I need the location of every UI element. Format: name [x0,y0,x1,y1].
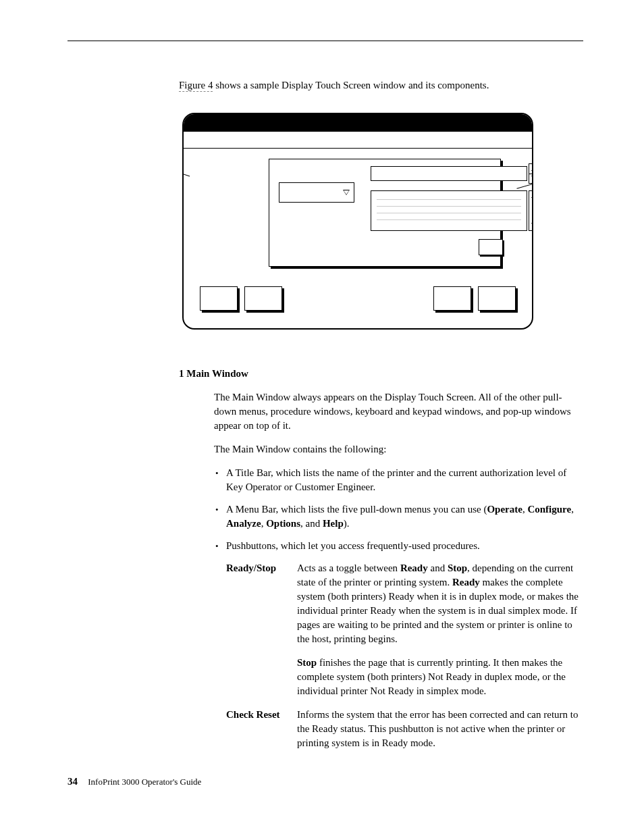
section-heading: 1 Main Window [179,367,583,381]
pushbutton-row [184,274,532,328]
pushbutton-2[interactable] [244,286,282,311]
def-ready-stop-p2: Stop finishes the page that is currently… [297,656,583,698]
def-term-ready-stop: Ready/Stop [226,561,297,698]
def-check-reset-p: Informs the system that the error has be… [297,708,583,750]
pushbutton-3[interactable] [433,286,471,311]
page-footer: 34 InfoPrint 3000 Operator's Guide [68,775,583,789]
section-para-1: The Main Window always appears on the Di… [214,390,583,433]
intro-paragraph: Figure 4 shows a sample Display Touch Sc… [179,78,583,93]
bullet-titlebar: A Title Bar, which lists the name of the… [214,466,583,494]
def-ready-stop: Ready/Stop Acts as a toggle between Read… [226,561,583,698]
def-check-reset: Check Reset Informs the system that the … [226,708,583,750]
panel-small-button[interactable] [479,239,503,255]
touch-screen-window [182,113,533,330]
title-bar [184,114,532,132]
scrollbar[interactable] [529,190,533,231]
footer-title: InfoPrint 3000 Operator's Guide [88,777,201,787]
def-term-check-reset: Check Reset [226,708,297,750]
procedure-panel [269,159,501,267]
list-field[interactable] [371,190,527,231]
page-number: 34 [68,776,78,787]
intro-text: shows a sample Display Touch Screen wind… [213,80,489,90]
spinner-1[interactable] [529,163,533,184]
bullet-menubar: A Menu Bar, which lists the five pull-do… [214,502,583,531]
section-1: 1 Main Window The Main Window always app… [179,367,583,750]
section-para-2: The Main Window contains the following: [214,442,583,457]
dropdown-field[interactable] [279,182,354,203]
menu-bar [184,132,532,149]
numeric-field-1[interactable] [371,166,527,181]
def-ready-stop-p1: Acts as a toggle between Ready and Stop,… [297,561,583,646]
figure-link[interactable]: Figure 4 [179,80,213,92]
sample-window-figure [182,113,533,330]
pushbutton-1[interactable] [200,286,238,311]
bullet-pushbuttons: Pushbuttons, which let you access freque… [214,539,583,553]
pushbutton-4[interactable] [478,286,516,311]
